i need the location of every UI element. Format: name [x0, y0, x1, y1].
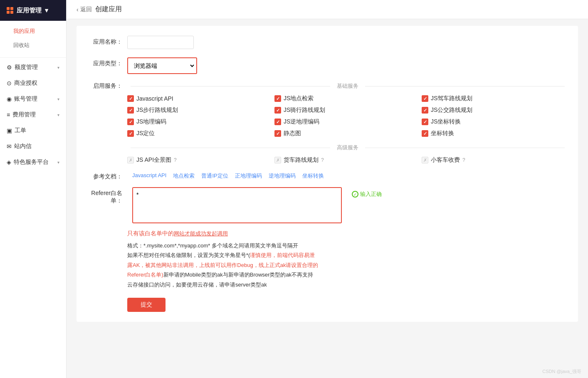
services-section: 启用服务： 基础服务 Javascript API JS地点检索 JS驾车路: [90, 82, 565, 164]
notice-line4: Referer白名单)新申请的Mobile类型的ak与新申请的Browser类型…: [127, 270, 565, 279]
service-static-map-label: 静态图: [284, 130, 301, 137]
special-chevron: ▾: [57, 160, 59, 165]
app-name-control: [127, 36, 565, 49]
service-small-car-toll-help-icon[interactable]: ?: [462, 157, 465, 163]
service-js-poi-label: JS地点检索: [284, 95, 314, 102]
notice-line3-red: 露AK，被其他网站非法调用，上线前可以用作Debug，线上正式ak请设置合理的: [127, 262, 318, 268]
services-label: 启用服务：: [90, 82, 127, 90]
sidebar-item-recycle-bin[interactable]: 回收站: [0, 38, 66, 52]
service-js-reverse-geo-checkbox[interactable]: [274, 119, 281, 125]
adv-divider-left: [131, 148, 330, 148]
app-name-row: 应用名称：: [90, 36, 565, 49]
advanced-services-header: 高级服务: [90, 144, 565, 151]
service-js-coord-label: JS坐标转换: [431, 118, 461, 126]
service-panorama-label: JS API全景图: [136, 156, 171, 164]
ref-link-ip-location[interactable]: 普通IP定位: [201, 172, 228, 180]
service-js-reverse-geo: JS逆地理编码: [274, 118, 418, 126]
service-coord-convert-checkbox[interactable]: [422, 130, 428, 137]
sidebar-chevron: ▾: [45, 7, 48, 14]
app-type-control: 浏览器端 服务端 Android端 iOS端: [127, 57, 565, 74]
commerce-icon: ⊙: [7, 80, 12, 86]
account-icon: ◉: [7, 96, 12, 102]
app-name-input[interactable]: [127, 36, 194, 49]
messages-icon: ✉: [7, 143, 12, 150]
service-js-location-label: JS定位: [136, 130, 155, 137]
service-static-map-checkbox[interactable]: [274, 130, 281, 137]
basic-services-category: 基础服务: [334, 82, 362, 90]
billing-chevron: ▾: [57, 113, 59, 117]
sidebar-item-special[interactable]: ◈ 特色服务平台 ▾: [0, 154, 66, 170]
sidebar-item-workorder[interactable]: ▣ 工单: [0, 123, 66, 138]
validation-text: 输入正确: [360, 190, 382, 198]
ref-link-poi-search[interactable]: 地点检索: [173, 172, 195, 180]
service-js-transit-label: JS公交路线规划: [431, 106, 472, 114]
sidebar-item-messages[interactable]: ✉ 站内信: [0, 138, 66, 154]
service-js-cycling-label: JS骑行路线规划: [284, 106, 325, 114]
billing-icon: ≡: [7, 111, 10, 118]
service-truck-routing-label: 货车路线规划: [284, 156, 319, 164]
service-js-driving-label: JS驾车路线规划: [431, 95, 472, 102]
service-js-cycling: JS骑行路线规划: [274, 106, 418, 114]
quota-icon: ⚙: [7, 64, 12, 71]
create-app-form: 应用名称： 应用类型： 浏览器端 服务端 Android端 iOS端: [77, 26, 578, 322]
page-title: 创建应用: [95, 5, 122, 14]
sidebar-item-my-apps[interactable]: 我的应用: [0, 24, 66, 38]
notice-link[interactable]: 网站才能成功发起调用: [174, 230, 228, 237]
notice-section: 只有该白名单中的网站才能成功发起调用 格式：*.mysite.com*,*mya…: [127, 230, 565, 289]
services-divider-left: [131, 86, 330, 86]
service-js-cycling-checkbox[interactable]: [274, 107, 281, 114]
referer-validation: ✓ 输入正确: [352, 187, 382, 198]
sidebar-title: 应用管理: [17, 7, 42, 15]
service-js-transit: JS公交路线规划: [422, 106, 565, 114]
footer-watermark: CSDN @java_强哥: [542, 368, 581, 375]
sidebar-item-quota[interactable]: ⚙ 额度管理 ▾: [0, 59, 66, 75]
app-type-row: 应用类型： 浏览器端 服务端 Android端 iOS端: [90, 57, 565, 74]
sidebar-item-account[interactable]: ◉ 账号管理 ▾: [0, 91, 66, 107]
notice-line3: 露AK，被其他网站非法调用，上线前可以用作Debug，线上正式ak请设置合理的: [127, 260, 565, 270]
ref-link-javascript-api[interactable]: Javascript API: [132, 172, 166, 180]
advanced-services-category: 高级服务: [334, 144, 362, 151]
notice-line2-red: 谨慎使用，前端代码容易泄: [250, 252, 315, 258]
notice-primary: 只有该白名单中的网站才能成功发起调用: [127, 230, 565, 237]
service-coord-convert-label: 坐标转换: [431, 130, 454, 137]
service-js-geocoding-label: JS地理编码: [136, 118, 166, 126]
app-management-icon: [7, 7, 13, 14]
sidebar-item-billing[interactable]: ≡ 费用管理 ▾: [0, 107, 66, 123]
service-small-car-toll-label: 小客车收费: [431, 156, 460, 164]
service-panorama-checkbox[interactable]: [127, 157, 134, 163]
ref-link-coord-convert[interactable]: 坐标转换: [302, 172, 324, 180]
service-truck-routing-checkbox[interactable]: [274, 157, 281, 163]
sidebar-apps-section: 我的应用 回收站: [0, 21, 66, 56]
ref-link-geocoding[interactable]: 正地理编码: [235, 172, 262, 180]
service-js-api: Javascript API: [127, 95, 270, 102]
sidebar-item-commerce[interactable]: ⊙ 商业授权: [0, 75, 66, 91]
service-js-location-checkbox[interactable]: [127, 130, 134, 137]
workorder-icon: ▣: [7, 127, 12, 134]
service-js-walking-label: JS步行路线规划: [136, 106, 178, 114]
app-type-select[interactable]: 浏览器端 服务端 Android端 iOS端: [129, 59, 195, 72]
ref-link-reverse-geocoding[interactable]: 逆地理编码: [269, 172, 296, 180]
service-panorama-help-icon[interactable]: ?: [174, 157, 177, 163]
submit-button[interactable]: 提交: [127, 298, 166, 312]
page-header: ‹ 返回 创建应用: [67, 0, 588, 19]
sidebar-header: 应用管理 ▾: [0, 0, 66, 21]
service-js-driving-checkbox[interactable]: [422, 95, 428, 102]
service-js-poi-checkbox[interactable]: [274, 95, 281, 102]
service-js-geocoding-checkbox[interactable]: [127, 119, 134, 125]
app-type-select-wrapper: 浏览器端 服务端 Android端 iOS端: [127, 57, 197, 74]
service-js-walking-checkbox[interactable]: [127, 107, 134, 114]
back-button[interactable]: ‹ 返回: [77, 6, 92, 13]
service-js-poi: JS地点检索: [274, 95, 418, 102]
special-icon: ◈: [7, 159, 11, 166]
referer-textarea[interactable]: *: [133, 188, 341, 221]
service-js-coord-checkbox[interactable]: [422, 119, 428, 125]
service-js-api-checkbox[interactable]: [127, 95, 134, 102]
validation-check-icon: ✓: [352, 191, 358, 198]
ref-docs-label: 参考文档：: [90, 172, 127, 180]
referer-row: Referer白名单： * ✓ 输入正确: [90, 187, 565, 223]
service-js-transit-checkbox[interactable]: [422, 107, 428, 114]
service-small-car-toll-checkbox[interactable]: [422, 157, 428, 163]
service-coord-convert: 坐标转换: [422, 130, 565, 137]
advanced-services-grid: JS API全景图 ? 货车路线规划 ? 小客车收费 ?: [127, 156, 565, 164]
service-truck-routing-help-icon[interactable]: ?: [321, 157, 324, 163]
